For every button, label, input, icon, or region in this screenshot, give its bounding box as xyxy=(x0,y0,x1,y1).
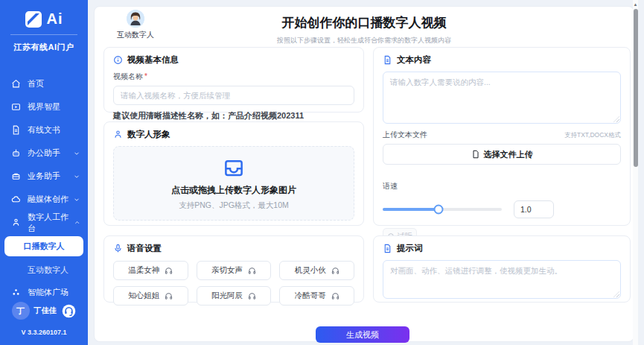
header-avatar-block[interactable]: 互动数字人 xyxy=(113,10,158,40)
page-subtitle: 按照以下步骤设置，轻松生成符合你需求的数字人视频内容 xyxy=(95,36,634,45)
speed-value-input[interactable] xyxy=(514,200,554,218)
file-icon xyxy=(471,150,480,159)
document-icon xyxy=(383,55,392,65)
prompt-textarea[interactable] xyxy=(383,260,621,299)
user-name: 丁佳佳 xyxy=(34,306,57,316)
logo-divider xyxy=(10,34,77,35)
sidebar-item-docs[interactable]: 有线文书 xyxy=(0,118,88,142)
sidebar-item-label: 业务助手 xyxy=(28,171,60,182)
sidebar-item-agent-plaza[interactable]: 智能体广场 xyxy=(0,281,88,304)
voice-option-button[interactable]: 知心姐姐 xyxy=(113,286,188,306)
sidebar-item-label: 融媒体创作 xyxy=(28,194,68,205)
voice-option-button[interactable]: 温柔女神 xyxy=(113,261,188,280)
upload-file-label: 上传文本文件 xyxy=(383,130,427,140)
section-title: 提示词 xyxy=(397,243,423,254)
chevron-down-icon xyxy=(73,173,80,180)
voice-option-button[interactable]: 阳光阿辰 xyxy=(197,286,272,306)
section-title: 语音设置 xyxy=(127,243,162,254)
voice-option-button[interactable]: 机灵小伙 xyxy=(279,261,354,280)
portal-name: 江苏有线AI门户 xyxy=(0,42,88,53)
sidebar-item-label: 智能体广场 xyxy=(28,287,68,298)
image-upload-dropzone[interactable]: 点击或拖拽上传数字人形象图片 支持PNG、JPG格式，最大10M xyxy=(113,146,354,221)
app-window: Ai 江苏有线AI门户 首页 视界智星 有线文书 xyxy=(0,0,644,345)
support-headset-icon[interactable] xyxy=(61,303,77,319)
headphones-icon xyxy=(331,292,339,300)
info-icon xyxy=(113,55,123,65)
document-icon xyxy=(383,244,392,253)
sidebar-item-digital-human-workbench[interactable]: 数字人工作台 xyxy=(0,211,88,234)
speed-label: 语速 xyxy=(383,181,621,192)
robot-icon xyxy=(11,148,21,158)
content-panel: 互动数字人 开始创作你的口播数字人视频 按照以下步骤设置，轻松生成符合你需求的数… xyxy=(94,6,634,342)
video-name-hint: 建议使用清晰描述性名称，如：产品介绍视频202311 xyxy=(113,110,354,121)
digital-human-avatar xyxy=(127,10,144,28)
slider-fill xyxy=(383,208,439,211)
section-digital-human-image: 数字人形象 点击或拖拽上传数字人形象图片 支持PNG、JPG格式，最大10M xyxy=(103,121,364,226)
voice-grid: 温柔女神 亲切女声 机灵小伙 知心姐姐 阳光阿辰 冷酷哥哥 xyxy=(113,261,354,306)
sidebar-item-office-assistant[interactable]: 办公助手 xyxy=(0,142,88,165)
section-voice-settings: 语音设置 温柔女神 亲切女声 机灵小伙 知心姐姐 阳光阿辰 冷酷哥哥 xyxy=(103,235,364,303)
generate-video-button[interactable]: 生成视频 xyxy=(316,326,409,343)
scrollbar-up-arrow-icon[interactable]: ▲ xyxy=(633,2,638,7)
sidebar-item-media-creation[interactable]: 融媒体创作 xyxy=(0,188,88,211)
inbox-upload-icon xyxy=(223,156,245,179)
logo-text: Ai xyxy=(47,10,63,28)
upload-main-text: 点击或拖拽上传数字人形象图片 xyxy=(171,184,296,197)
voice-option-button[interactable]: 亲切女声 xyxy=(197,261,272,280)
document-icon xyxy=(11,125,21,135)
sidebar-subitem-broadcast-digital-human-active[interactable]: 口播数字人 xyxy=(4,236,83,256)
headphones-icon xyxy=(165,267,173,275)
microphone-icon xyxy=(113,244,123,253)
header-avatar-label: 互动数字人 xyxy=(113,30,158,40)
logo-mark-icon xyxy=(25,11,42,28)
section-title: 视频基本信息 xyxy=(127,54,179,66)
logo: Ai xyxy=(0,0,88,28)
scrollbar-thumb[interactable] xyxy=(634,9,638,167)
agents-icon xyxy=(11,288,21,297)
briefcase-icon xyxy=(11,171,21,181)
user-avatar[interactable]: 丁 xyxy=(12,302,30,320)
video-name-label: 视频名称* xyxy=(113,72,354,82)
script-textarea[interactable] xyxy=(383,72,621,124)
chevron-down-icon xyxy=(73,150,80,157)
section-prompt-words: 提示词 xyxy=(373,235,631,303)
section-title: 数字人形象 xyxy=(127,129,170,140)
main-area: 互动数字人 开始创作你的口播数字人视频 按照以下步骤设置，轻松生成符合你需求的数… xyxy=(88,0,644,345)
chevron-up-icon xyxy=(74,219,80,227)
sidebar-item-label: 视界智星 xyxy=(28,101,60,113)
voice-option-button[interactable]: 冷酷哥哥 xyxy=(279,286,354,306)
sidebar-item-label: 首页 xyxy=(28,78,44,89)
video-name-input[interactable] xyxy=(113,86,354,105)
page-title: 开始创作你的口播数字人视频 xyxy=(95,14,634,31)
person-icon xyxy=(11,218,21,227)
sidebar: Ai 江苏有线AI门户 首页 视界智星 有线文书 xyxy=(0,0,88,345)
person-icon xyxy=(113,130,123,139)
slider-thumb[interactable] xyxy=(434,205,444,215)
headphones-icon xyxy=(248,267,256,275)
sidebar-nav: 首页 视界智星 有线文书 办公助手 xyxy=(0,72,88,304)
sidebar-item-label: 有线文书 xyxy=(28,124,60,136)
sidebar-item-label: 数字人工作台 xyxy=(28,212,74,234)
section-text-content: 文本内容 上传文本文件 支持TXT,DOCX格式 选择文件上传 xyxy=(373,47,631,226)
headphones-icon xyxy=(248,292,256,300)
upload-formats-label: 支持TXT,DOCX格式 xyxy=(564,131,621,140)
user-row: 丁 丁佳佳 xyxy=(0,302,88,320)
sidebar-item-label: 办公助手 xyxy=(28,148,60,159)
sidebar-subitem-interactive-digital-human[interactable]: 互动数字人 xyxy=(0,259,88,281)
version-label: V 3.3.260107.1 xyxy=(0,329,88,336)
required-mark: * xyxy=(144,72,147,80)
headphones-icon xyxy=(331,267,339,275)
sidebar-item-vision-star[interactable]: 视界智星 xyxy=(0,95,88,118)
section-title: 文本内容 xyxy=(397,54,431,66)
speed-slider[interactable] xyxy=(383,208,502,211)
chevron-down-icon xyxy=(73,196,80,203)
choose-file-button[interactable]: 选择文件上传 xyxy=(383,144,621,165)
section-video-basic-info: 视频基本信息 视频名称* 建议使用清晰描述性名称，如：产品介绍视频202311 xyxy=(103,47,364,113)
sidebar-item-home[interactable]: 首页 xyxy=(0,72,88,95)
sidebar-item-business-assistant[interactable]: 业务助手 xyxy=(0,165,88,188)
video-icon xyxy=(11,102,21,112)
home-icon xyxy=(11,79,21,89)
upload-hint-text: 支持PNG、JPG格式，最大10M xyxy=(179,200,289,211)
headphones-icon xyxy=(165,292,173,300)
scrollbar: ▲ xyxy=(633,0,638,345)
